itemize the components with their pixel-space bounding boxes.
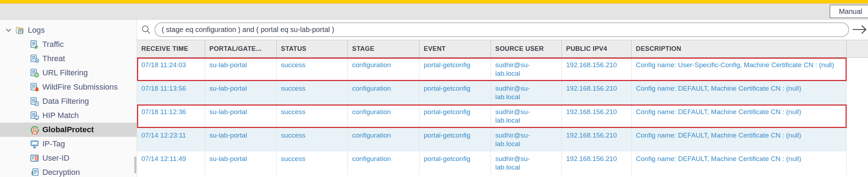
- traffic-log-icon: [30, 40, 39, 49]
- sidebar-item-user-id[interactable]: User-ID: [0, 151, 137, 165]
- filter-query-input[interactable]: ( stage eq configuration ) and ( portal …: [155, 22, 849, 37]
- cell-value-link[interactable]: sudhir@su-lab.local: [495, 61, 530, 77]
- cell-description: Config name: DEFAULT, Machine Certificat…: [632, 151, 847, 175]
- cell-value-link[interactable]: portal-getconfig: [424, 85, 470, 92]
- column-header-event[interactable]: EVENT: [419, 40, 491, 57]
- cell-value-link[interactable]: 192.168.156.210: [566, 85, 617, 92]
- sidebar-item-label: Threat: [42, 54, 65, 63]
- cell-spacer: [847, 81, 868, 104]
- column-header-receive-time[interactable]: RECEIVE TIME: [137, 40, 205, 57]
- cell-stage: configuration: [348, 151, 419, 175]
- sidebar-item-threat[interactable]: Threat: [0, 52, 137, 66]
- cell-value-link[interactable]: portal-getconfig: [424, 132, 470, 139]
- apply-filter-arrow-button[interactable]: [851, 23, 868, 36]
- cell-value-link[interactable]: sudhir@su-lab.local: [495, 132, 530, 148]
- column-header-description[interactable]: DESCRIPTION: [632, 40, 847, 57]
- column-header-stage[interactable]: STAGE: [348, 40, 419, 57]
- cell-value-link[interactable]: 192.168.156.210: [566, 155, 617, 162]
- table-row[interactable]: 07/18 11:12:36su-lab-portalsuccessconfig…: [137, 104, 868, 128]
- table-row[interactable]: 07/18 11:13:56su-lab-portalsuccessconfig…: [137, 81, 868, 104]
- cell-value-link[interactable]: portal-getconfig: [424, 155, 470, 162]
- sidebar-item-ip-tag[interactable]: IP-Tag: [0, 137, 137, 151]
- cell-portal: su-lab-portal: [205, 128, 277, 151]
- cell-value-link[interactable]: configuration: [352, 85, 391, 92]
- sidebar-item-label: Decryption: [42, 168, 80, 177]
- cell-value-link[interactable]: success: [281, 85, 305, 92]
- cell-value-link[interactable]: configuration: [352, 132, 391, 139]
- cell-value-link[interactable]: success: [281, 108, 305, 116]
- top-accent-bar: [0, 0, 868, 4]
- sidebar-item-label: Logs: [28, 26, 45, 35]
- cell-value-link[interactable]: configuration: [352, 108, 391, 116]
- cell-value-link[interactable]: su-lab-portal: [209, 155, 247, 162]
- arrow-right-icon: [852, 24, 868, 36]
- cell-value-link[interactable]: 07/18 11:12:36: [141, 108, 186, 116]
- cell-spacer: [847, 58, 868, 81]
- cell-description: Config name: DEFAULT, Machine Certificat…: [632, 128, 847, 151]
- sidebar-item-decryption[interactable]: Decryption: [0, 165, 137, 177]
- cell-public-ipv4: 192.168.156.210: [562, 81, 632, 104]
- sidebar-item-url-filtering[interactable]: URL Filtering: [0, 66, 137, 80]
- sidebar-item-data-filtering[interactable]: Data Filtering: [0, 94, 137, 108]
- sidebar-item-traffic[interactable]: Traffic: [0, 37, 137, 52]
- sidebar-item-logs[interactable]: Logs: [0, 23, 137, 37]
- cell-value-link[interactable]: Config name: DEFAULT, Machine Certificat…: [636, 108, 801, 116]
- cell-value-link[interactable]: portal-getconfig: [424, 108, 470, 116]
- log-table-body: 07/18 11:24:03su-lab-portalsuccessconfig…: [137, 58, 868, 175]
- globalprotect-log-icon: [30, 125, 39, 134]
- table-row[interactable]: 07/14 12:23:11su-lab-portalsuccessconfig…: [137, 128, 868, 151]
- column-header-source-user[interactable]: SOURCE USER: [491, 40, 562, 57]
- cell-value-link[interactable]: Config name: DEFAULT, Machine Certificat…: [636, 132, 801, 139]
- log-type-sidebar: LogsTrafficThreatURL FilteringWildFire S…: [0, 20, 137, 177]
- cell-value-link[interactable]: 192.168.156.210: [566, 61, 617, 69]
- cell-value-link[interactable]: Config name: DEFAULT, Machine Certificat…: [636, 85, 801, 92]
- refresh-mode-dropdown[interactable]: Manual: [830, 5, 868, 18]
- sidebar-item-hip-match[interactable]: HIP Match: [0, 108, 137, 123]
- cell-value-link[interactable]: success: [281, 155, 305, 162]
- column-header-portal-gate[interactable]: PORTAL/GATE...: [205, 40, 277, 57]
- table-row[interactable]: 07/18 11:24:03su-lab-portalsuccessconfig…: [137, 58, 868, 81]
- cell-value-link[interactable]: sudhir@su-lab.local: [495, 85, 530, 101]
- user-id-log-icon: [30, 154, 39, 163]
- cell-value-link[interactable]: su-lab-portal: [209, 132, 247, 139]
- wildfire-log-icon: [30, 82, 39, 92]
- cell-public-ipv4: 192.168.156.210: [562, 104, 632, 128]
- sidebar-item-wildfire-submissions[interactable]: WildFire Submissions: [0, 80, 137, 94]
- sidebar-item-label: WildFire Submissions: [42, 82, 118, 92]
- log-table-header: RECEIVE TIMEPORTAL/GATE...STATUSSTAGEEVE…: [137, 40, 868, 58]
- column-header-status[interactable]: STATUS: [277, 40, 348, 57]
- sidebar-item-globalprotect[interactable]: GlobalProtect: [0, 123, 137, 137]
- cell-value-link[interactable]: success: [281, 132, 305, 139]
- cell-spacer: [847, 104, 868, 128]
- table-row[interactable]: 07/14 12:11:49su-lab-portalsuccessconfig…: [137, 151, 868, 175]
- cell-event: portal-getconfig: [419, 128, 491, 151]
- globalprotect-logs-screen: Manual LogsTrafficThreatURL FilteringWil…: [0, 0, 868, 177]
- cell-value-link[interactable]: su-lab-portal: [209, 85, 247, 92]
- cell-value-link[interactable]: su-lab-portal: [209, 61, 247, 69]
- cell-value-link[interactable]: 07/14 12:23:11: [141, 132, 186, 139]
- cell-value-link[interactable]: su-lab-portal: [209, 108, 247, 116]
- sidebar-item-label: Traffic: [42, 40, 64, 49]
- sidebar-scrollbar-thumb[interactable]: [134, 156, 136, 173]
- cell-status: success: [277, 104, 348, 128]
- cell-value-link[interactable]: portal-getconfig: [424, 61, 470, 69]
- cell-value-link[interactable]: Config name: User-Specific-Config, Machi…: [636, 61, 834, 69]
- cell-value-link[interactable]: sudhir@su-lab.local: [495, 155, 530, 171]
- cell-value-link[interactable]: 192.168.156.210: [566, 108, 617, 116]
- cell-source-user: sudhir@su-lab.local: [491, 81, 562, 104]
- cell-status: success: [277, 81, 348, 104]
- chevron-down-icon[interactable]: [5, 27, 12, 34]
- cell-value-link[interactable]: configuration: [352, 61, 391, 69]
- cell-public-ipv4: 192.168.156.210: [562, 151, 632, 175]
- cell-stage: configuration: [348, 58, 419, 81]
- cell-value-link[interactable]: 07/18 11:13:56: [141, 85, 186, 92]
- column-header-public-ipv4[interactable]: PUBLIC IPV4: [562, 40, 632, 57]
- cell-portal: su-lab-portal: [205, 151, 277, 175]
- cell-value-link[interactable]: 192.168.156.210: [566, 132, 617, 139]
- cell-value-link[interactable]: Config name: DEFAULT, Machine Certificat…: [636, 155, 801, 162]
- cell-value-link[interactable]: success: [281, 61, 305, 69]
- cell-value-link[interactable]: 07/14 12:11:49: [141, 155, 186, 162]
- cell-value-link[interactable]: configuration: [352, 155, 391, 162]
- cell-value-link[interactable]: 07/18 11:24:03: [141, 61, 186, 69]
- cell-value-link[interactable]: sudhir@su-lab.local: [495, 108, 530, 124]
